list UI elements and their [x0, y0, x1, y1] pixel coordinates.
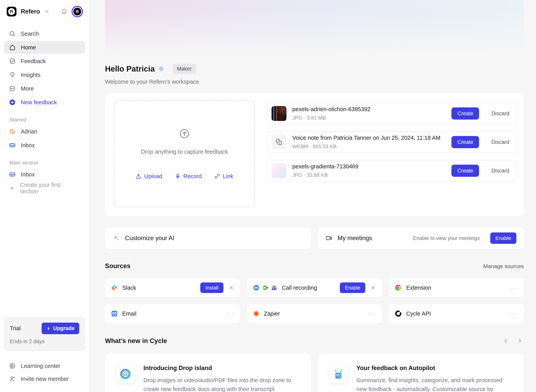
workspace-logo[interactable]: R — [7, 7, 16, 16]
upgrade-button[interactable]: Upgrade — [42, 323, 79, 334]
workspace-name[interactable]: Refero — [21, 8, 40, 15]
user-avatar[interactable]: R — [73, 8, 81, 15]
sidebar-item-label: More — [21, 85, 34, 92]
close-icon[interactable] — [228, 285, 234, 290]
starred-list: Adrian Inbox — [0, 125, 89, 151]
card-title: Introducing Drop island — [143, 364, 300, 372]
sidebar-item-home[interactable]: Home — [4, 41, 85, 54]
learning-center-icon — [9, 363, 16, 369]
sidebar-nav: Search Home Feedback Insights — [0, 28, 89, 109]
person-plus-icon — [9, 376, 16, 382]
sidebar-item-label: Feedback — [21, 58, 46, 65]
manage-sources-link[interactable]: Manage sources — [483, 263, 524, 270]
arrow-up-circle-icon — [179, 128, 190, 140]
pending-files-list: pexels-adrien-olichon-6395392 JPG · 3.81… — [267, 100, 517, 209]
invite-member-item[interactable]: Invite new member — [4, 373, 85, 385]
link-button[interactable]: Link — [214, 173, 233, 180]
notifications-bell-icon[interactable] — [60, 7, 69, 16]
sidebar-header: R Refero R — [0, 7, 89, 16]
plus-icon — [9, 185, 15, 191]
sidebar-item-label: Adrian — [21, 128, 37, 135]
create-button[interactable]: Create — [451, 136, 479, 148]
discard-button[interactable]: Discard — [491, 139, 509, 145]
header-gradient — [105, 0, 524, 55]
source-card-cycle-api: Cycle API ··· — [389, 304, 524, 323]
meetings-hint: Enable to view your meetings — [413, 235, 480, 241]
sidebar-item-feedback[interactable]: Feedback — [4, 55, 85, 67]
source-card-call-recording: Call recording Enable — [247, 278, 382, 297]
learning-center-item[interactable]: Learning center — [4, 360, 85, 372]
sidebar-item-label: Create your first section — [20, 182, 80, 195]
sidebar-item-inbox-starred[interactable]: Inbox — [4, 139, 85, 151]
sidebar-item-adrian[interactable]: Adrian — [4, 125, 85, 138]
discard-button[interactable]: Discard — [491, 168, 509, 174]
close-icon[interactable] — [370, 285, 376, 290]
file-meta: JPG · 3.81 MB — [292, 115, 446, 121]
file-row: pexels-adrien-olichon-6395392 JPG · 3.81… — [267, 103, 517, 124]
starred-section-title: Starred — [0, 109, 89, 125]
card-title: Your feedback on Autopilot — [356, 364, 513, 372]
customize-ai-card[interactable]: Customize your AI — [105, 227, 311, 249]
sidebar-item-label: Home — [21, 44, 36, 51]
card-body: Summarize, find insights, categorize, an… — [356, 376, 513, 392]
source-name: Cycle API — [406, 310, 431, 317]
sidebar-item-more[interactable]: More — [4, 82, 85, 95]
sidebar-item-label: Search — [21, 31, 39, 37]
create-section-button[interactable]: Create your first section — [4, 182, 85, 194]
create-button[interactable]: Create — [451, 107, 479, 120]
source-name: Extension — [406, 285, 431, 291]
sidebar-item-label: Invite new member — [21, 376, 69, 382]
record-button[interactable]: Record — [175, 173, 202, 180]
lightbulb-icon — [9, 71, 16, 78]
source-card-extension: Extension ··· — [389, 278, 524, 297]
sidebar-item-inbox-main[interactable]: Inbox — [4, 168, 85, 181]
file-name: pexels-gradienta-7130469 — [292, 163, 446, 170]
slack-icon — [111, 284, 118, 291]
upload-button[interactable]: Upload — [136, 173, 162, 180]
dropzone-text: Drop anything to capture feedback — [141, 149, 228, 155]
trial-card: Trial Upgrade Ends in 2 days — [4, 317, 85, 351]
sidebar-item-label: Insights — [21, 72, 40, 78]
upload-icon — [136, 173, 142, 179]
sidebar-item-search[interactable]: Search — [4, 28, 85, 40]
carousel-prev-icon[interactable] — [502, 337, 510, 345]
drop-island-icon — [116, 364, 135, 383]
create-button[interactable]: Create — [451, 165, 479, 177]
ms-teams-icon — [271, 285, 278, 291]
enable-meetings-button[interactable]: Enable — [490, 233, 516, 244]
main-content: Hello Patricia ❄ Maker Welcome to your R… — [89, 0, 536, 392]
whats-new-title: What’s new in Cycle — [105, 337, 167, 345]
zoom-icon — [253, 285, 260, 291]
install-slack-button[interactable]: Install — [200, 282, 223, 293]
file-row: Voice note from Patricia Tanner on Jun 2… — [267, 131, 517, 153]
search-icon — [9, 30, 16, 37]
discard-button[interactable]: Discard — [491, 111, 509, 117]
whats-new-card-drop-island: Introducing Drop island Drop images or v… — [105, 354, 311, 392]
file-thumbnail — [271, 106, 286, 121]
workspace-chevron-down-icon[interactable] — [43, 8, 51, 15]
snowflake-emoji: ❄ — [158, 65, 164, 73]
sidebar-item-insights[interactable]: Insights — [4, 69, 85, 81]
google-meet-icon — [262, 285, 269, 291]
source-card-email: Email ··· — [105, 304, 240, 323]
source-card-zapier: Zapier ··· — [247, 304, 382, 323]
main-section-list: Inbox Create your first section — [0, 168, 89, 194]
file-thumbnail — [271, 163, 286, 178]
enable-call-recording-button[interactable]: Enable — [340, 282, 365, 293]
whats-new-grid: Introducing Drop island Drop images or v… — [105, 354, 524, 392]
meeting-camera-icon — [326, 235, 332, 242]
file-name: pexels-adrien-olichon-6395392 — [292, 106, 446, 112]
sidebar-item-new-feedback[interactable]: New feedback — [4, 96, 85, 109]
email-icon — [111, 310, 118, 317]
dropzone[interactable]: Drop anything to capture feedback Upload… — [114, 100, 255, 207]
source-name: Call recording — [282, 285, 317, 291]
file-meta: WEBM · 855.53 KB — [292, 144, 446, 149]
source-name: Zapier — [264, 310, 280, 317]
inbox-icon — [9, 142, 16, 149]
carousel-next-icon[interactable] — [516, 337, 524, 345]
my-meetings-card: My meetings Enable to view your meetings… — [318, 227, 524, 249]
file-name: Voice note from Patricia Tanner on Jun 2… — [292, 135, 446, 141]
inbox-icon — [9, 171, 16, 178]
app-window: R Refero R Search Home — [0, 0, 536, 392]
lightning-bolt-icon — [46, 326, 51, 331]
